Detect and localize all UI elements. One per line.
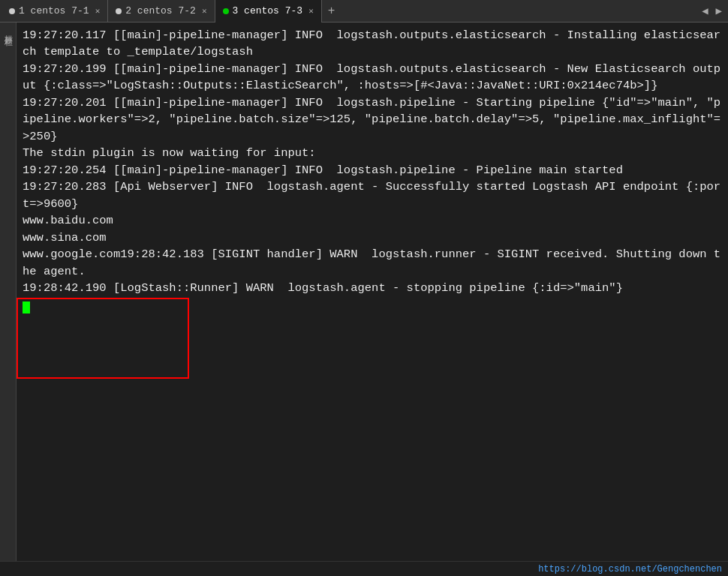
tab-nav-left[interactable]: ◀ — [699, 4, 711, 17]
tab-1-label: 1 centos 7-1 — [19, 5, 89, 16]
terminal-content: 19:27:20.117 [[main]-pipeline-manager] I… — [23, 27, 722, 314]
terminal-line: www.sina.com — [23, 230, 722, 246]
tab-3-label: 3 centos 7-3 — [233, 5, 303, 16]
tab-1-dot — [9, 8, 15, 14]
tab-3-close[interactable]: ✕ — [302, 6, 314, 16]
tab-nav-right[interactable]: ▶ — [713, 4, 725, 17]
main-area: 标题栏 19:27:20.117 [[main]-pipeline-manage… — [0, 22, 728, 561]
cursor — [23, 302, 30, 314]
tab-1-close[interactable]: ✕ — [89, 6, 101, 16]
terminal-line: 19:27:20.201 [[main]-pipeline-manager] I… — [23, 94, 722, 145]
tab-2-dot — [116, 8, 122, 14]
tab-add-button[interactable]: + — [322, 4, 341, 18]
terminal-line: 19:27:20.283 [Api Webserver] INFO logsta… — [23, 178, 722, 212]
terminal[interactable]: 19:27:20.117 [[main]-pipeline-manager] I… — [17, 22, 728, 561]
tab-2[interactable]: 2 centos 7-2 ✕ — [108, 0, 215, 22]
terminal-line: www.google.com19:28:42.183 [SIGINT handl… — [23, 246, 722, 280]
terminal-line: 19:28:42.190 [LogStash::Runner] WARN log… — [23, 280, 722, 296]
tab-1[interactable]: 1 centos 7-1 ✕ — [2, 0, 108, 22]
tab-nav: ◀ ▶ — [699, 4, 728, 17]
side-panel: 标题栏 — [0, 22, 17, 561]
terminal-line: 19:27:20.254 [[main]-pipeline-manager] I… — [23, 162, 722, 178]
tab-3[interactable]: 3 centos 7-3 ✕ — [215, 0, 322, 22]
tab-bar: 1 centos 7-1 ✕ 2 centos 7-2 ✕ 3 centos 7… — [0, 0, 728, 22]
terminal-line: 19:27:20.117 [[main]-pipeline-manager] I… — [23, 27, 722, 61]
terminal-line: www.baidu.com — [23, 212, 722, 229]
terminal-line: The stdin plugin is now waiting for inpu… — [23, 145, 722, 161]
footer: https://blog.csdn.net/Gengchenchen — [0, 561, 728, 576]
terminal-line — [23, 297, 722, 314]
tab-3-dot — [223, 8, 229, 14]
terminal-line: 19:27:20.199 [[main]-pipeline-manager] I… — [23, 61, 722, 94]
side-panel-text: 标题栏 — [2, 28, 14, 33]
footer-link[interactable]: https://blog.csdn.net/Gengchenchen — [538, 564, 722, 574]
tab-2-close[interactable]: ✕ — [196, 6, 207, 16]
tab-2-label: 2 centos 7-2 — [125, 5, 196, 16]
